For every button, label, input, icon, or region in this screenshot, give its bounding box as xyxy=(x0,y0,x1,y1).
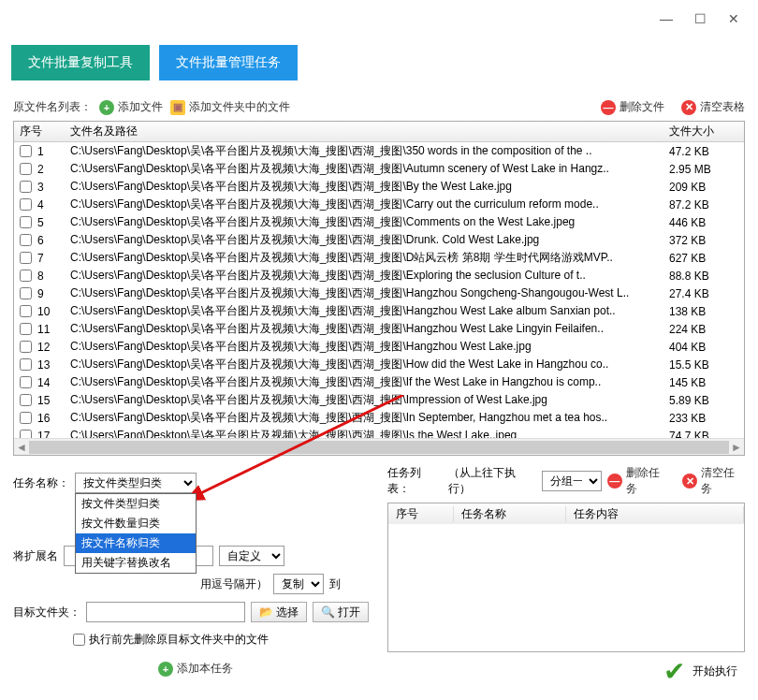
row-size: 27.4 KB xyxy=(663,287,744,300)
to-label: 到 xyxy=(329,576,341,592)
row-checkbox[interactable] xyxy=(20,145,32,157)
task-list-label: 任务列表： xyxy=(387,465,443,497)
row-checkbox[interactable] xyxy=(20,394,32,406)
row-checkbox[interactable] xyxy=(20,252,32,264)
row-path: C:\Users\Fang\Desktop\吴\各平台图片及视频\大海_搜图\西… xyxy=(65,285,663,301)
row-size: 88.8 KB xyxy=(663,270,744,283)
horizontal-scrollbar[interactable]: ◄► xyxy=(14,438,744,455)
table-row[interactable]: 3C:\Users\Fang\Desktop\吴\各平台图片及视频\大海_搜图\… xyxy=(14,178,744,196)
row-path: C:\Users\Fang\Desktop\吴\各平台图片及视频\大海_搜图\西… xyxy=(65,179,663,195)
x-icon: ✕ xyxy=(682,474,697,489)
ext-label: 将扩展名 xyxy=(13,548,58,564)
check-icon: ✔ xyxy=(663,656,685,687)
add-file-button[interactable]: +添加文件 xyxy=(99,99,163,115)
grid-body[interactable]: 1C:\Users\Fang\Desktop\吴\各平台图片及视频\大海_搜图\… xyxy=(14,142,744,456)
row-checkbox[interactable] xyxy=(20,323,32,335)
add-task-button[interactable]: +添加本任务 xyxy=(158,661,233,677)
table-row[interactable]: 8C:\Users\Fang\Desktop\吴\各平台图片及视频\大海_搜图\… xyxy=(14,267,744,284)
row-checkbox[interactable] xyxy=(20,287,32,299)
row-checkbox[interactable] xyxy=(20,198,32,211)
table-row[interactable]: 6C:\Users\Fang\Desktop\吴\各平台图片及视频\大海_搜图\… xyxy=(14,231,744,249)
col-size[interactable]: 文件大小 xyxy=(663,124,744,139)
row-checkbox[interactable] xyxy=(20,234,32,246)
dropdown-list[interactable]: 按文件类型归类按文件数量归类按文件名称归类用关键字替换改名 xyxy=(75,493,197,574)
ext-preset-select[interactable]: 自定义 xyxy=(219,546,284,566)
row-size: 47.2 KB xyxy=(663,145,744,158)
table-row[interactable]: 10C:\Users\Fang\Desktop\吴\各平台图片及视频\大海_搜图… xyxy=(14,302,744,320)
row-checkbox[interactable] xyxy=(20,216,32,228)
task-type-select[interactable]: 按文件类型归类 xyxy=(75,473,197,493)
row-size: 372 KB xyxy=(663,234,744,247)
row-checkbox[interactable] xyxy=(20,341,32,353)
dropdown-option[interactable]: 按文件数量归类 xyxy=(76,514,196,533)
table-row[interactable]: 7C:\Users\Fang\Desktop\吴\各平台图片及视频\大海_搜图\… xyxy=(14,249,744,267)
task-col-index[interactable]: 序号 xyxy=(388,506,454,522)
maximize-button[interactable]: ☐ xyxy=(683,6,717,32)
row-path: C:\Users\Fang\Desktop\吴\各平台图片及视频\大海_搜图\西… xyxy=(65,143,663,159)
folder-icon: ▣ xyxy=(170,100,185,115)
table-row[interactable]: 16C:\Users\Fang\Desktop\吴\各平台图片及视频\大海_搜图… xyxy=(14,409,744,427)
dropdown-option[interactable]: 按文件名称归类 xyxy=(76,533,196,553)
table-row[interactable]: 11C:\Users\Fang\Desktop\吴\各平台图片及视频\大海_搜图… xyxy=(14,320,744,338)
row-checkbox[interactable] xyxy=(20,376,32,388)
table-row[interactable]: 2C:\Users\Fang\Desktop\吴\各平台图片及视频\大海_搜图\… xyxy=(14,160,744,178)
row-size: 233 KB xyxy=(663,412,744,425)
tab-manage-tasks[interactable]: 文件批量管理任务 xyxy=(159,45,298,80)
col-index[interactable]: 序号 xyxy=(14,124,65,139)
table-row[interactable]: 1C:\Users\Fang\Desktop\吴\各平台图片及视频\大海_搜图\… xyxy=(14,142,744,160)
task-col-name[interactable]: 任务名称 xyxy=(454,506,566,522)
target-folder-input[interactable] xyxy=(86,602,245,622)
row-checkbox[interactable] xyxy=(20,305,32,317)
table-row[interactable]: 5C:\Users\Fang\Desktop\吴\各平台图片及视频\大海_搜图\… xyxy=(14,213,744,231)
task-group-select[interactable]: 分组一 xyxy=(542,471,602,491)
row-size: 145 KB xyxy=(663,376,744,389)
task-col-content[interactable]: 任务内容 xyxy=(566,506,744,522)
row-size: 446 KB xyxy=(663,216,744,229)
col-path[interactable]: 文件名及路径 xyxy=(65,124,663,139)
add-folder-files-button[interactable]: ▣添加文件夹中的文件 xyxy=(170,99,290,115)
pre-delete-label: 执行前先删除原目标文件夹中的文件 xyxy=(89,632,269,648)
table-row[interactable]: 12C:\Users\Fang\Desktop\吴\各平台图片及视频\大海_搜图… xyxy=(14,338,744,356)
clear-table-button[interactable]: ✕清空表格 xyxy=(681,99,745,115)
row-path: C:\Users\Fang\Desktop\吴\各平台图片及视频\大海_搜图\西… xyxy=(65,339,663,355)
table-row[interactable]: 13C:\Users\Fang\Desktop\吴\各平台图片及视频\大海_搜图… xyxy=(14,356,744,373)
row-size: 15.5 KB xyxy=(663,358,744,372)
row-checkbox[interactable] xyxy=(20,163,32,175)
table-row[interactable]: 14C:\Users\Fang\Desktop\吴\各平台图片及视频\大海_搜图… xyxy=(14,373,744,391)
row-path: C:\Users\Fang\Desktop\吴\各平台图片及视频\大海_搜图\西… xyxy=(65,357,663,372)
plus-icon: + xyxy=(158,662,173,677)
row-size: 224 KB xyxy=(663,323,744,336)
row-path: C:\Users\Fang\Desktop\吴\各平台图片及视频\大海_搜图\西… xyxy=(65,214,663,230)
pre-delete-checkbox[interactable] xyxy=(73,634,85,646)
dropdown-option[interactable]: 按文件类型归类 xyxy=(76,494,196,514)
grid-header: 序号 文件名及路径 文件大小 xyxy=(14,122,744,142)
magnifier-icon: 🔍 xyxy=(321,605,335,619)
operation-select[interactable]: 复制 xyxy=(273,574,324,594)
row-checkbox[interactable] xyxy=(20,270,32,282)
open-folder-button[interactable]: 🔍打开 xyxy=(313,602,369,622)
table-row[interactable]: 4C:\Users\Fang\Desktop\吴\各平台图片及视频\大海_搜图\… xyxy=(14,196,744,213)
delete-task-button[interactable]: —删除任务 xyxy=(607,465,670,497)
file-grid: 序号 文件名及路径 文件大小 1C:\Users\Fang\Desktop\吴\… xyxy=(13,121,745,456)
table-row[interactable]: 9C:\Users\Fang\Desktop\吴\各平台图片及视频\大海_搜图\… xyxy=(14,284,744,302)
row-size: 5.89 KB xyxy=(663,394,744,407)
x-icon: ✕ xyxy=(681,100,696,115)
tab-copy-tool[interactable]: 文件批量复制工具 xyxy=(11,45,150,80)
row-checkbox[interactable] xyxy=(20,412,32,424)
task-order-hint: （从上往下执行） xyxy=(448,465,536,497)
dropdown-option[interactable]: 用关键字替换改名 xyxy=(76,553,196,573)
select-folder-button[interactable]: 📂选择 xyxy=(251,602,307,622)
close-button[interactable]: ✕ xyxy=(717,6,751,32)
task-type-dropdown[interactable]: 按文件类型归类 按文件类型归类按文件数量归类按文件名称归类用关键字替换改名 xyxy=(75,473,197,493)
minimize-button[interactable]: — xyxy=(649,6,683,32)
minus-icon: — xyxy=(607,474,622,489)
row-checkbox[interactable] xyxy=(20,358,32,371)
row-checkbox[interactable] xyxy=(20,181,32,193)
delete-file-button[interactable]: —删除文件 xyxy=(601,99,664,115)
execute-button[interactable]: ✔ 开始执行 xyxy=(663,656,737,687)
task-grid: 序号 任务名称 任务内容 xyxy=(387,503,745,652)
clear-tasks-button[interactable]: ✕清空任务 xyxy=(682,465,745,497)
row-size: 138 KB xyxy=(663,305,744,318)
target-folder-label: 目标文件夹： xyxy=(13,605,80,620)
table-row[interactable]: 15C:\Users\Fang\Desktop\吴\各平台图片及视频\大海_搜图… xyxy=(14,391,744,409)
